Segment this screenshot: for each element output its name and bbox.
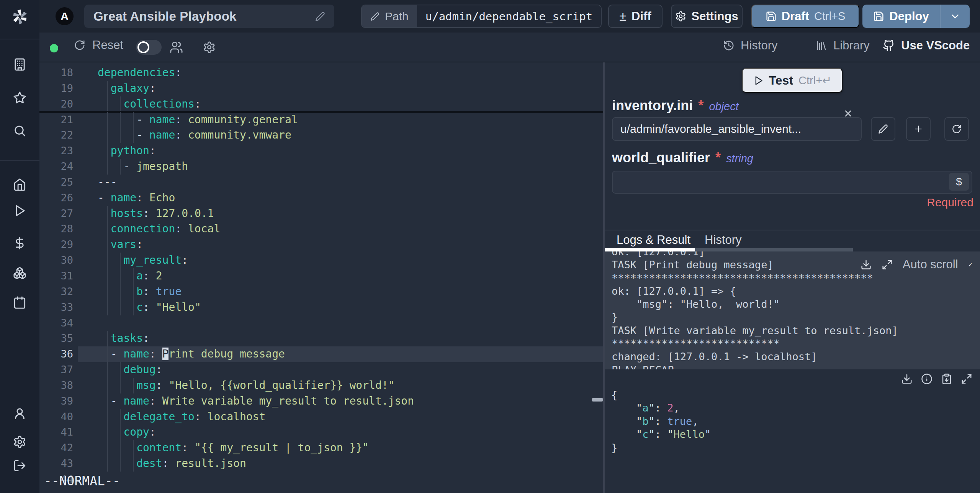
search-icon[interactable] xyxy=(13,124,26,137)
code-line-32[interactable]: 32 b: true xyxy=(39,284,603,300)
code-token: name xyxy=(149,129,175,141)
log-text: ok: [127.0.0.1]TASK [Print debug message… xyxy=(612,251,898,369)
code-line-35[interactable]: 35 tasks: xyxy=(39,331,603,346)
code-token: "Hello" xyxy=(156,301,201,313)
download-logs-icon[interactable] xyxy=(861,259,872,270)
indent-guide xyxy=(107,159,108,175)
code-line-25[interactable]: 25--- xyxy=(39,175,603,190)
code-line-40[interactable]: 40 delegate_to: localhost xyxy=(39,409,603,425)
path-label: Path xyxy=(385,10,409,23)
log-line: ok: [127.0.0.1] xyxy=(612,251,898,258)
code-line-39[interactable]: 39 - name: Write variable my_result to r… xyxy=(39,393,603,409)
favorites-star-icon[interactable] xyxy=(13,91,26,104)
use-vscode-button[interactable]: Use VScode xyxy=(883,39,970,52)
result-token xyxy=(611,402,636,414)
draft-button[interactable]: Draft Ctrl+S xyxy=(751,5,859,28)
insert-variable-button[interactable]: $ xyxy=(949,173,969,191)
settings-button[interactable]: Settings xyxy=(671,5,743,28)
code-line-26[interactable]: 26- name: Echo xyxy=(39,190,603,206)
resources-boxes-icon[interactable] xyxy=(13,266,26,280)
windmill-logo-icon[interactable] xyxy=(11,8,28,25)
download-result-icon[interactable] xyxy=(901,373,913,385)
code-token: galaxy xyxy=(111,82,149,95)
edit-resource-button[interactable] xyxy=(871,117,895,141)
code-token: dest xyxy=(136,457,162,470)
workspace-building-icon[interactable] xyxy=(13,58,26,71)
code-line-42[interactable]: 42 content: "{{ my_result | to_json }}" xyxy=(39,440,603,456)
expand-logs-icon[interactable] xyxy=(882,259,893,270)
home-icon[interactable] xyxy=(13,178,26,191)
line-number: 35 xyxy=(39,331,78,346)
code-token: : xyxy=(195,98,201,110)
tab-scrollbar[interactable] xyxy=(695,248,853,251)
deploy-dropdown-button[interactable] xyxy=(941,11,970,22)
code-line-41[interactable]: 41 copy: xyxy=(39,424,603,440)
code-line-18[interactable]: 18dependencies: xyxy=(39,65,603,81)
code-line-21[interactable]: 21 - name: community.general xyxy=(39,112,603,128)
github-icon xyxy=(883,39,895,52)
result-token: 2 xyxy=(667,402,673,414)
code-line-43[interactable]: 43 dest: result.json xyxy=(39,456,603,472)
line-number: 37 xyxy=(39,362,78,378)
code-line-44[interactable]: 44 xyxy=(39,472,603,487)
code-line-24[interactable]: 24 - jmespath xyxy=(39,159,603,175)
edit-pencil-icon[interactable] xyxy=(315,11,325,21)
result-token: a xyxy=(642,402,648,414)
result-token: true xyxy=(667,415,692,427)
indent-guide xyxy=(120,456,121,472)
editor-settings-gear-icon[interactable] xyxy=(203,41,216,54)
runs-play-icon[interactable] xyxy=(13,204,26,217)
line-number: 41 xyxy=(39,424,78,440)
history-button[interactable]: History xyxy=(723,39,777,52)
code-line-31[interactable]: 31 a: 2 xyxy=(39,268,603,284)
code-line-27[interactable]: 27 hosts: 127.0.0.1 xyxy=(39,206,603,222)
code-line-28[interactable]: 28 connection: local xyxy=(39,221,603,237)
library-button[interactable]: Library xyxy=(816,39,870,52)
indent-guide xyxy=(107,393,108,409)
panel-resize-handle[interactable] xyxy=(592,398,603,402)
schedules-calendar-icon[interactable] xyxy=(13,296,26,309)
code-line-29[interactable]: 29 vars: xyxy=(39,237,603,253)
code-line-30[interactable]: 30 my_result: xyxy=(39,253,603,268)
script-title-input[interactable]: Great Ansible Playbook xyxy=(84,5,334,28)
indent-guide xyxy=(120,284,121,300)
diff-button[interactable]: ± Diff xyxy=(608,5,663,28)
indent-guide xyxy=(133,300,134,315)
reset-button[interactable]: Reset xyxy=(74,38,123,52)
script-title: Great Ansible Playbook xyxy=(93,9,315,24)
test-button[interactable]: Test Ctrl+↵ xyxy=(742,68,843,93)
code-lines: 18dependencies:19 galaxy:20 collections:… xyxy=(39,65,603,487)
collaborators-users-icon[interactable] xyxy=(170,41,183,54)
code-line-23[interactable]: 23 python: xyxy=(39,143,603,159)
inventory-resource-input[interactable] xyxy=(612,117,862,141)
code-line-36[interactable]: 36 - name: Print debug message xyxy=(39,346,603,362)
code-line-33[interactable]: 33 c: "Hello" xyxy=(39,300,603,315)
code-line-38[interactable]: 38 msg: "Hello, {{world_qualifier}} worl… xyxy=(39,378,603,393)
variables-dollar-icon[interactable] xyxy=(13,237,26,250)
refresh-resource-button[interactable] xyxy=(944,117,969,141)
path-value[interactable]: u/admin/dependable_script xyxy=(417,5,601,27)
add-resource-button[interactable] xyxy=(906,117,931,141)
path-label-segment[interactable]: Path xyxy=(362,5,417,27)
info-icon[interactable] xyxy=(921,373,933,385)
clear-x-icon[interactable] xyxy=(843,108,853,119)
code-line-22[interactable]: 22 - name: community.vmware xyxy=(39,127,603,143)
settings-gear-icon[interactable] xyxy=(13,435,26,449)
code-editor[interactable]: 18dependencies:19 galaxy:20 collections:… xyxy=(39,62,603,493)
deploy-button[interactable]: Deploy xyxy=(862,5,970,28)
path-field[interactable]: Path u/admin/dependable_script xyxy=(361,5,602,28)
auto-scroll-check-icon[interactable]: ✓ xyxy=(968,261,973,268)
code-line-37[interactable]: 37 debug: xyxy=(39,362,603,378)
code-line-20[interactable]: 20 collections: xyxy=(39,96,603,112)
tab-logs-result[interactable]: Logs & Result xyxy=(617,233,690,247)
code-token: content xyxy=(136,441,182,454)
code-line-34[interactable]: 34 xyxy=(39,315,603,331)
world-qualifier-input[interactable] xyxy=(612,171,972,194)
copy-result-clipboard-icon[interactable] xyxy=(941,373,952,385)
expand-result-icon[interactable] xyxy=(961,373,972,385)
user-icon[interactable] xyxy=(13,407,26,420)
code-line-19[interactable]: 19 galaxy: xyxy=(39,81,603,96)
logout-icon[interactable] xyxy=(13,459,26,472)
tab-history[interactable]: History xyxy=(705,233,741,247)
diff-mode-toggle[interactable] xyxy=(136,40,162,55)
